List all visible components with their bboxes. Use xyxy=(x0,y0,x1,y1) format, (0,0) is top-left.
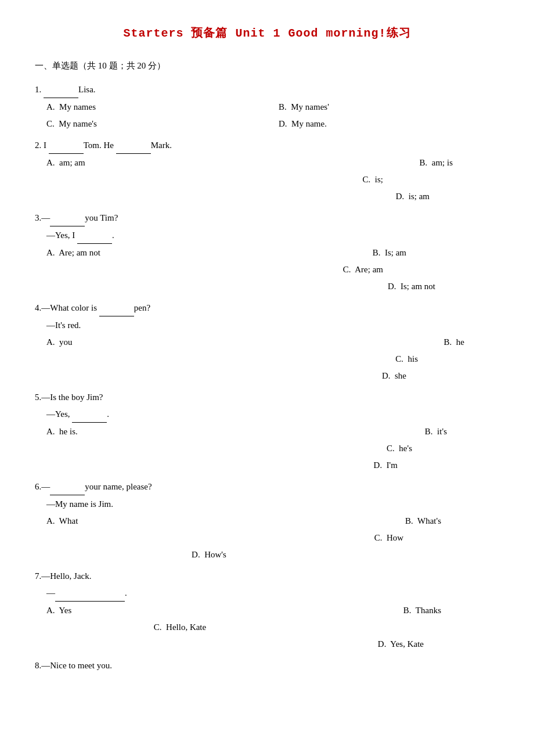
q6-line2: —My name is Jim. xyxy=(35,496,499,512)
q2-optB: B. am; is xyxy=(267,155,499,171)
q3-options1: A. Are; am not B. Is; am xyxy=(35,245,499,261)
q2-blank xyxy=(35,189,267,204)
q4-optB: B. he xyxy=(267,334,499,350)
q6-line1: 6.— your name, please? xyxy=(35,479,499,495)
q2-options2: C. is; xyxy=(35,172,499,188)
q1-blank xyxy=(44,82,78,98)
q5-optD: D. I'm xyxy=(267,458,499,473)
q3-optB: B. Is; am xyxy=(267,245,499,261)
q5-line2: —Yes, . xyxy=(35,406,499,423)
q8-line1: 8.—Nice to meet you. xyxy=(35,658,499,674)
q2-optD: D. is; am xyxy=(267,189,499,204)
question-7: 7.—Hello, Jack. — . A. Yes B. Thanks C. … xyxy=(35,568,499,652)
q7-optA: A. Yes xyxy=(35,603,267,618)
q1-optC: C. My name's xyxy=(35,116,267,132)
q5-options2: C. he's xyxy=(35,441,499,456)
q5-optA: A. he is. xyxy=(35,424,267,440)
q7-optB: B. Thanks xyxy=(267,603,499,618)
q2-text: 2. I Tom. He Mark. xyxy=(35,138,499,154)
q3-line1: 3.— you Tim? xyxy=(35,210,499,226)
section1-header: 一、单选题（共 10 题；共 20 分） xyxy=(35,58,499,74)
q7-blank2: C. Hello, Kate xyxy=(35,620,267,635)
q6-optB: B. What's xyxy=(267,513,499,529)
q7-blank3 xyxy=(267,620,499,635)
q3-options3: D. Is; am not xyxy=(35,279,499,294)
q1-text: 1. Lisa. xyxy=(35,82,499,98)
q7-options3: D. Yes, Kate xyxy=(35,636,499,652)
q3-blank3 xyxy=(35,279,267,294)
q5-blank3 xyxy=(35,458,267,473)
question-3: 3.— you Tim? —Yes, I . A. Are; am not B.… xyxy=(35,210,499,294)
q3-line2: —Yes, I . xyxy=(35,228,499,244)
q1-options2: C. My name's D. My name. xyxy=(35,116,499,132)
q6-blank3: D. How's xyxy=(35,547,267,563)
q2-options1: A. am; am B. am; is xyxy=(35,155,499,171)
q7-options1: A. Yes B. Thanks xyxy=(35,603,499,618)
question-8: 8.—Nice to meet you. xyxy=(35,658,499,674)
q2-blank2 xyxy=(116,138,151,154)
q1-optD: D. My name. xyxy=(267,116,499,132)
q3-blank1 xyxy=(50,210,85,226)
question-5: 5.—Is the boy Jim? —Yes, . A. he is. B. … xyxy=(35,390,499,473)
q5-optB: B. it's xyxy=(267,424,499,440)
q3-optC: C. Are; am xyxy=(267,262,499,278)
q6-options3: D. How's xyxy=(35,547,499,563)
q7-options2: C. Hello, Kate xyxy=(35,620,499,635)
q5-optC: C. he's xyxy=(267,441,499,456)
q6-blank1 xyxy=(50,479,85,495)
q3-blank2 xyxy=(77,228,112,244)
q6-blank2 xyxy=(35,530,267,546)
q6-options2: C. How xyxy=(35,530,499,546)
q7-line2: — . xyxy=(35,585,499,602)
q1-optA: A. My names xyxy=(35,99,267,115)
q5-options1: A. he is. B. it's xyxy=(35,424,499,440)
q4-optA: A. you xyxy=(35,334,267,350)
q7-blank4 xyxy=(35,636,267,652)
q2-optC-text: C. is; xyxy=(267,172,499,188)
q5-options3: D. I'm xyxy=(35,458,499,473)
q2-optA: A. am; am xyxy=(35,155,267,171)
q1-options: A. My names B. My names' xyxy=(35,99,499,115)
q2-options3: D. is; am xyxy=(35,189,499,204)
q2-optC xyxy=(35,172,267,188)
q5-blank xyxy=(72,406,107,423)
q3-optD: D. Is; am not xyxy=(267,279,499,294)
q7-line1: 7.—Hello, Jack. xyxy=(35,568,499,584)
q6-optA: A. What xyxy=(35,513,267,529)
q4-line1: 4.—What color is pen? xyxy=(35,300,499,316)
q4-options3: D. she xyxy=(35,368,499,384)
q7-optD: D. Yes, Kate xyxy=(267,636,499,652)
page-container: Starters 预备篇 Unit 1 Good morning!练习 一、单选… xyxy=(35,23,499,674)
q2-blank1 xyxy=(49,138,84,154)
q7-blank xyxy=(55,585,125,602)
q4-optC: C. his xyxy=(267,351,499,367)
question-2: 2. I Tom. He Mark. A. am; am B. am; is C… xyxy=(35,138,499,204)
q4-optD: D. she xyxy=(267,368,499,384)
q4-line2: —It's red. xyxy=(35,318,499,333)
q6-options1: A. What B. What's xyxy=(35,513,499,529)
q4-blank1 xyxy=(99,300,134,316)
question-1: 1. Lisa. A. My names B. My names' C. My … xyxy=(35,82,499,132)
question-4: 4.—What color is pen? —It's red. A. you … xyxy=(35,300,499,384)
q3-optA: A. Are; am not xyxy=(35,245,267,261)
question-6: 6.— your name, please? —My name is Jim. … xyxy=(35,479,499,563)
q4-options2: C. his xyxy=(35,351,499,367)
q3-options2: C. Are; am xyxy=(35,262,499,278)
q6-blank4 xyxy=(267,547,499,563)
q5-blank2 xyxy=(35,441,267,456)
q4-blank2 xyxy=(35,351,267,367)
q1-optB: B. My names' xyxy=(267,99,499,115)
q5-line1: 5.—Is the boy Jim? xyxy=(35,390,499,405)
q4-options1: A. you B. he xyxy=(35,334,499,350)
page-title: Starters 预备篇 Unit 1 Good morning!练习 xyxy=(35,23,499,44)
q4-blank3 xyxy=(35,368,267,384)
q3-optC-lbl xyxy=(35,262,267,278)
q6-optC: C. How xyxy=(267,530,499,546)
